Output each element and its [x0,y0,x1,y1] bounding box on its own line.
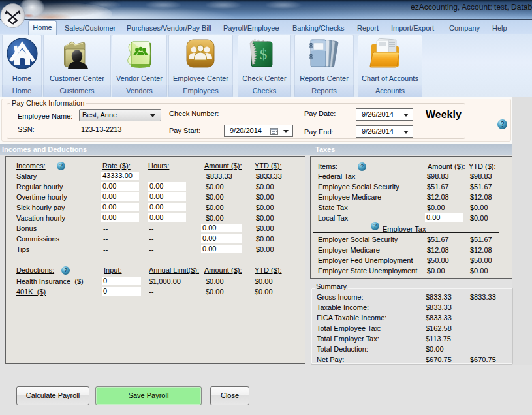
svg-text:$: $ [260,46,268,63]
